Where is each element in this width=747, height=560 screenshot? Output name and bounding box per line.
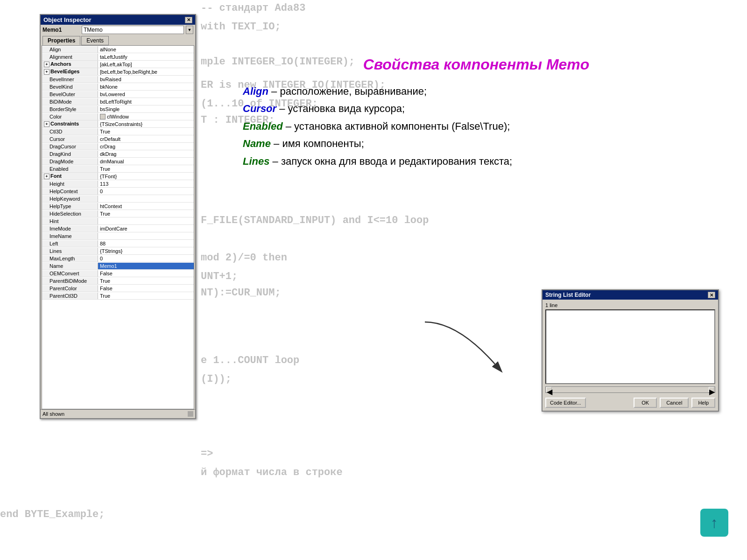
prop-value-cell: alNone	[98, 46, 194, 53]
prop-name-cell: ParentCtl3D	[42, 293, 98, 299]
sle-textarea[interactable]	[545, 309, 715, 384]
prop-name-cell: +Constraints	[42, 120, 98, 127]
property-row[interactable]: EnabledTrue	[42, 165, 194, 173]
expand-icon[interactable]: +	[44, 69, 49, 75]
prop-value-cell: 113	[98, 181, 194, 187]
tab-properties[interactable]: Properties	[42, 36, 80, 45]
property-row[interactable]: ParentCtl3DTrue	[42, 292, 194, 300]
prop-name-cell: Enabled	[42, 166, 98, 172]
prop-name-cell: DragKind	[42, 151, 98, 157]
component-type: TMemo	[82, 26, 184, 34]
close-icon: ✕	[187, 17, 190, 22]
property-row[interactable]: +Anchors[akLeft,akTop]	[42, 61, 194, 68]
property-row[interactable]: ImeName	[42, 232, 194, 240]
prop-value-cell: dmManual	[98, 158, 194, 165]
property-row[interactable]: ImeModeimDontCare	[42, 225, 194, 232]
prop-value-cell: bdLeftToRight	[98, 98, 194, 105]
prop-value-cell: False	[98, 270, 194, 277]
sle-close-button[interactable]: ✕	[708, 292, 715, 298]
property-row[interactable]: AlignmenttaLeftJustify	[42, 53, 194, 61]
close-button[interactable]: ✕	[185, 17, 192, 23]
prop-name-cell: HelpContext	[42, 188, 98, 195]
prop-name-cell: ImeMode	[42, 225, 98, 232]
prop-value-cell: dkDrag	[98, 151, 194, 157]
prop-value-cell: False	[98, 285, 194, 292]
property-row[interactable]: +BevelEdges[beLeft,beTop,beRight,be	[42, 68, 194, 76]
sle-close-icon: ✕	[710, 293, 713, 298]
prop-value-cell	[98, 221, 194, 222]
property-row[interactable]: ParentBiDiModeTrue	[42, 277, 194, 285]
property-row[interactable]: BevelInnerbvRaised	[42, 76, 194, 83]
property-row[interactable]: Left88	[42, 240, 194, 247]
prop-name-cell: Alignment	[42, 54, 98, 60]
tabs-bar: Properties Events	[41, 35, 195, 45]
component-name: Memo1	[42, 27, 80, 33]
bg-line: end BYTE_Example;	[0, 509, 105, 520]
main-content: Свойства компоненты Memo Align – располо…	[205, 0, 747, 560]
prop-value-cell: 88	[98, 240, 194, 247]
expand-icon[interactable]: +	[44, 121, 49, 127]
sle-title: String List Editor	[545, 292, 591, 298]
cancel-button[interactable]: Cancel	[660, 398, 689, 408]
property-row[interactable]: HelpTypehtContext	[42, 203, 194, 210]
component-row: Memo1 TMemo ▼	[41, 25, 195, 35]
prop-name-cell: Color	[42, 113, 98, 120]
property-row[interactable]: BevelOuterbvLowered	[42, 91, 194, 98]
property-row[interactable]: Lines{TStrings}	[42, 247, 194, 255]
prop-name-cell: Align	[42, 46, 98, 53]
code-editor-button[interactable]: Code Editor...	[545, 398, 586, 408]
property-row[interactable]: BevelKindbkNone	[42, 83, 194, 91]
sle-horizontal-scrollbar[interactable]: ◀ ▶	[545, 386, 715, 393]
prop-name-cell: Lines	[42, 248, 98, 254]
prop-value-cell: bsSingle	[98, 106, 194, 112]
prop-value-cell: bvRaised	[98, 76, 194, 83]
prop-name-cell: HideSelection	[42, 210, 98, 217]
prop-value-cell: {TStrings}	[98, 248, 194, 254]
prop-value-cell: True	[98, 128, 194, 135]
property-row[interactable]: BiDiModebdLeftToRight	[42, 98, 194, 105]
prop-name-cell: BevelInner	[42, 76, 98, 83]
help-button[interactable]: Help	[691, 398, 715, 408]
footer-label: All shown	[42, 411, 64, 417]
up-arrow-icon: ↑	[711, 514, 718, 532]
scroll-left-btn[interactable]: ◀	[546, 387, 552, 392]
property-row[interactable]: ColorclWindow	[42, 113, 194, 120]
property-row[interactable]: OEMConvertFalse	[42, 270, 194, 277]
property-row[interactable]: +Constraints{TSizeConstraints}	[42, 120, 194, 128]
property-row[interactable]: BorderStylebsSingle	[42, 105, 194, 113]
desc-name: Name – имя компоненты;	[243, 135, 738, 152]
ok-button[interactable]: OK	[634, 398, 657, 408]
prop-name-cell: Left	[42, 240, 98, 247]
prop-name-cell: BorderStyle	[42, 106, 98, 112]
prop-value-cell: True	[98, 278, 194, 284]
property-row[interactable]: HelpContext0	[42, 188, 194, 195]
property-row[interactable]: DragKinddkDrag	[42, 150, 194, 158]
property-row[interactable]: Hint	[42, 217, 194, 225]
property-row[interactable]: MaxLength0	[42, 255, 194, 262]
property-row[interactable]: DragModedmManual	[42, 158, 194, 165]
property-row[interactable]: DragCursorcrDrag	[42, 143, 194, 150]
property-row[interactable]: ParentColorFalse	[42, 285, 194, 292]
property-row[interactable]: CursorcrDefault	[42, 135, 194, 143]
property-row[interactable]: HelpKeyword	[42, 195, 194, 203]
property-row[interactable]: AlignalNone	[42, 46, 194, 53]
property-row[interactable]: HideSelectionTrue	[42, 210, 194, 217]
up-button[interactable]: ↑	[700, 509, 728, 537]
property-row[interactable]: +Font{TFont}	[42, 173, 194, 180]
prop-value-cell: [beLeft,beTop,beRight,be	[98, 69, 194, 75]
prop-value-cell: clWindow	[98, 113, 194, 120]
expand-icon[interactable]: +	[44, 174, 49, 179]
expand-icon[interactable]: +	[44, 62, 49, 67]
property-row[interactable]: NameMemo1	[42, 262, 194, 270]
component-dropdown[interactable]: ▼	[186, 26, 193, 34]
scroll-right-btn[interactable]: ▶	[709, 387, 714, 392]
prop-value-cell: True	[98, 166, 194, 172]
property-row[interactable]: Ctl3DTrue	[42, 128, 194, 135]
tab-events[interactable]: Events	[81, 36, 109, 45]
sle-line-count-label: 1 line	[545, 302, 715, 308]
sle-body: 1 line ◀ ▶	[543, 300, 718, 396]
object-inspector-window: Object Inspector ✕ Memo1 TMemo ▼ Propert…	[40, 14, 196, 419]
resize-handle[interactable]	[188, 411, 193, 417]
property-row[interactable]: Height113	[42, 180, 194, 188]
prop-name-cell: Name	[42, 263, 98, 269]
